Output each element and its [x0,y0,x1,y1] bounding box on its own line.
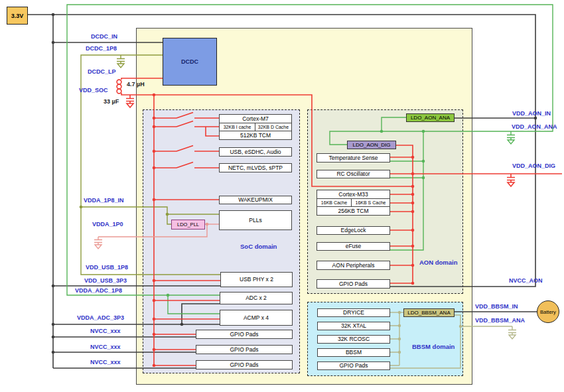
pin-vdd-bbsm-ana: VDD_BBSM_ANA [475,317,525,324]
pin-vdd-aon-ana: VDD_AON_ANA [512,123,557,130]
battery-node: Battery [537,300,559,323]
pin-dcdc-in: DCDC_IN [91,33,117,40]
wire-soc-gpio [154,334,196,365]
block-usb-phy: USB PHY x 2 [220,272,293,287]
pin-vdda-1p0: VDDA_1P0 [92,221,123,228]
wire-vdda-adc-1p8-acmp [168,295,220,314]
soc-domain-label: SoC domain [240,243,277,250]
block-netc-mlvds-sptp: NETC, mLVDS, sPTP [219,163,292,172]
pin-vdd-usb-3p3: VDD_USB_3P3 [84,277,127,284]
wire-aon-dig-rail [390,145,413,283]
block-aon-gpio: GPIO Pads [317,279,390,289]
block-256kb-tcm: 256KB TCM [317,206,390,216]
inductor-value-label: 4.7 µH [127,81,145,88]
block-acmp: ACMP x 4 [220,310,293,326]
block-ldo-bbsm-ana: LDO_BBSM_ANA [403,308,455,317]
pin-vdd-bbsm-in: VDD_BBSM_IN [475,303,518,310]
pin-vdd-soc: VDD_SOC [79,87,108,94]
block-soc-gpio-3: GPIO Pads [196,360,293,369]
pin-nvcc-aon: NVCC_AON [509,277,543,284]
pin-nvcc-2: NVCC_xxx [90,344,121,350]
block-ldo-aon-dig: LDO_AON_DIG [347,141,396,149]
bbsm-domain-label: BBSM domain [412,343,455,350]
vdd-aon-ana-capacitor-icon [507,131,515,144]
block-usb-esdhc-audio: USB, eSDHC, Audio [219,147,292,157]
block-bbsm-gpio: GPIO Pads [317,361,390,370]
pin-dcdc-lp: DCDC_LP [88,68,116,75]
block-plls: PLLs [219,210,292,230]
block-32k-rcosc: 32K RCOSC [317,335,390,344]
junction-dots [52,13,537,367]
wire-vdd-bbsm-ana-loop [390,315,460,368]
power-switch-icon [154,113,219,168]
wire-ldo-aon-ana-out [382,117,406,131]
block-temp-sense: Temperature Sense [317,153,390,163]
block-aon-peripherals: AON Peripherals [317,261,390,270]
block-efuse: eFuse [317,242,390,251]
vdd-aon-dig-capacitor-icon [507,174,515,186]
block-ldo-aon-ana: LDO_AON_ANA [406,113,455,122]
block-wakeupmix: WAKEUPMIX [219,196,292,204]
pin-vdda-adc-1p8: VDDA_ADC_1P8 [75,287,122,294]
pin-vdda-1p8-in: VDDA_1P8_IN [84,197,124,204]
pin-vdd-usb-1p8: VDD_USB_1P8 [86,264,128,271]
power-diagram: 3.3V Battery DCDC Cortex-M7 32KB I cache… [0,0,564,392]
block-adc: ADC x 2 [220,292,293,304]
pin-nvcc-1: NVCC_xxx [90,328,121,334]
pin-vdda-adc-3p3: VDDA_ADC_3P3 [77,314,124,321]
wire-dcdc-lp [121,78,163,80]
wire-vdd-aon-ana-loop [67,5,553,295]
pin-dcdc-1p8: DCDC_1P8 [86,45,117,52]
pin-nvcc-3: NVCC_xxx [90,359,121,365]
inductor-icon [117,80,121,94]
block-soc-gpio-1: GPIO Pads [196,330,293,339]
block-ldo-pll: LDO_PLL [171,220,205,229]
vdd-bbsm-ana-capacitor-icon [508,326,516,339]
block-edgelock: EdgeLock [317,226,390,235]
vdda-1p0-capacitor-icon [94,237,102,249]
pin-vdd-aon-in: VDD_AON_IN [512,110,551,117]
dcdc-1p8-capacitor-icon [117,55,125,68]
vdd-soc-capacitor-icon [126,95,134,107]
block-cortex-m33: Cortex-M33 [317,190,390,199]
block-soc-gpio-2: GPIO Pads [196,345,293,354]
bulk-cap-value-label: 33 µF [104,98,119,105]
block-cortex-m7: Cortex-M7 [219,114,292,123]
pin-vdd-aon-dig: VDD_AON_DIG [512,163,555,169]
supply-3v3-box: 3.3V [7,7,28,25]
aon-domain-label: AON domain [419,259,458,266]
block-rc-oscillator: RC Oscillator [317,170,390,178]
block-bbsm: BBSM [317,348,390,357]
block-512kb-tcm: 512KB TCM [219,131,292,140]
block-dryice: DRYICE [317,308,390,317]
block-32k-xtal: 32K XTAL [317,322,390,330]
dcdc-block: DCDC [163,38,217,86]
